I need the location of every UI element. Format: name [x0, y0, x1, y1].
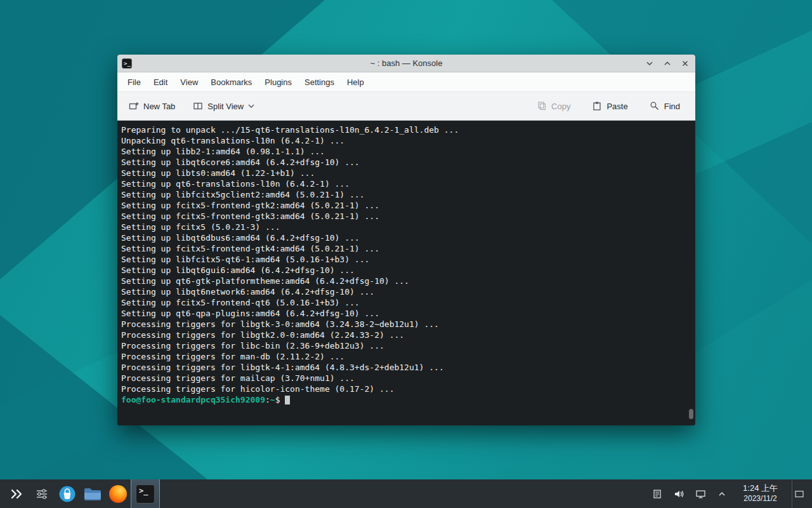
terminal-output-line: Processing triggers for libgtk-4-1:amd64… — [121, 362, 689, 373]
konsole-app-icon: >_ — [122, 58, 132, 69]
window-titlebar[interactable]: >_ ~ : bash — Konsole — [117, 55, 695, 72]
prompt-path: ~ — [270, 395, 275, 404]
konsole-icon: >_ — [136, 485, 155, 504]
terminal-output-line: Setting up qt6-qpa-plugins:amd64 (6.4.2+… — [121, 308, 689, 319]
menu-bookmarks[interactable]: Bookmarks — [204, 74, 258, 90]
maximize-button[interactable] — [662, 58, 672, 69]
monitor-icon — [695, 489, 706, 499]
menu-settings[interactable]: Settings — [298, 74, 341, 90]
terminal-output-line: Setting up fcitx5-frontend-gtk2:amd64 (5… — [121, 200, 689, 211]
terminal-output-line: Processing triggers for libgtk-3-0:amd64… — [121, 319, 689, 330]
find-button[interactable]: Find — [646, 97, 684, 115]
terminal-output-line: Setting up libb2-1:amd64 (0.98.1-1.1) ..… — [121, 146, 689, 157]
close-button[interactable] — [680, 58, 690, 69]
terminal-output-line: Processing triggers for mailcap (3.70+nm… — [121, 373, 689, 384]
terminal-output-line: Processing triggers for libc-bin (2.36-9… — [121, 340, 689, 351]
terminal-output-line: Setting up fcitx5-frontend-qt6 (5.0.16-1… — [121, 297, 689, 308]
copy-icon — [537, 101, 547, 111]
clipboard-icon — [652, 489, 662, 499]
paste-button[interactable]: Paste — [588, 97, 631, 115]
copy-button[interactable]: Copy — [533, 97, 574, 115]
terminal-output-line: Setting up fcitx5-frontend-gtk4:amd64 (5… — [121, 243, 689, 254]
terminal-output-line: Preparing to unpack .../15-qt6-translati… — [121, 124, 689, 135]
chevron-down-icon — [646, 60, 653, 67]
minimize-button[interactable] — [645, 58, 655, 69]
toolbar: New Tab Split View Copy — [117, 92, 695, 121]
app-launcher-button[interactable] — [4, 479, 29, 508]
prompt-dollar: $ — [275, 395, 280, 404]
chevron-down-icon — [248, 104, 254, 108]
terminal-output-line: Setting up libfcitx5gclient2:amd64 (5.0.… — [121, 189, 689, 200]
new-tab-button[interactable]: New Tab — [125, 97, 179, 115]
terminal-output-line: Processing triggers for man-db (2.11.2-2… — [121, 351, 689, 362]
taskbar-item-firefox[interactable] — [105, 479, 131, 508]
new-tab-icon — [129, 101, 139, 111]
copy-label: Copy — [551, 102, 570, 111]
menu-bar: File Edit View Bookmarks Plugins Setting… — [117, 72, 695, 92]
prompt-user-host: foo@foo-standardpcq35ich92009 — [121, 395, 265, 404]
terminal-cursor — [285, 396, 290, 404]
taskbar: >_ — [0, 479, 812, 508]
terminal-output-line: Setting up libqt6gui6:amd64 (6.4.2+dfsg-… — [121, 265, 689, 276]
menu-help[interactable]: Help — [341, 74, 370, 90]
terminal-output-line: Setting up fcitx5-frontend-gtk3:amd64 (5… — [121, 211, 689, 222]
terminal-area[interactable]: Preparing to unpack .../15-qt6-translati… — [117, 121, 695, 425]
split-view-label: Split View — [207, 102, 244, 111]
speaker-icon — [674, 489, 684, 499]
terminal-output-line: Setting up libqt6dbus6:amd64 (6.4.2+dfsg… — [121, 232, 689, 243]
clock[interactable]: 1:24 上午 2023/11/2 — [737, 483, 784, 504]
tray-display-button[interactable] — [693, 479, 707, 508]
sliders-icon — [36, 488, 48, 500]
paste-icon — [592, 101, 602, 111]
menu-plugins[interactable]: Plugins — [258, 74, 298, 90]
menu-file[interactable]: File — [121, 74, 147, 90]
desktop: >_ ~ : bash — Konsole File Edit View Boo… — [0, 0, 812, 508]
chevron-up-icon — [717, 490, 726, 498]
terminal-output-line: Setting up libfcitx5-qt6-1:amd64 (5.0.16… — [121, 254, 689, 265]
taskbar-item-konsole[interactable]: >_ — [131, 479, 160, 508]
firefox-icon — [109, 485, 127, 503]
terminal-output-line: Processing triggers for hicolor-icon-the… — [121, 384, 689, 394]
taskbar-item-files[interactable] — [80, 479, 105, 508]
tray-volume-button[interactable] — [672, 479, 686, 508]
window-controls — [645, 55, 690, 72]
konsole-window: >_ ~ : bash — Konsole File Edit View Boo… — [117, 55, 695, 425]
menu-view[interactable]: View — [174, 74, 204, 90]
terminal-output-line: Setting up libqt6network6:amd64 (6.4.2+d… — [121, 286, 689, 297]
terminal-output-line: Setting up libts0:amd64 (1.22-1+b1) ... — [121, 168, 689, 178]
desktop-peek-icon — [794, 490, 804, 498]
terminal-output-line: Setting up fcitx5 (5.0.21-3) ... — [121, 222, 689, 232]
clock-date: 2023/11/2 — [743, 494, 778, 504]
taskbar-item-settings[interactable] — [29, 479, 55, 508]
clock-time: 1:24 上午 — [743, 483, 778, 494]
terminal-output-line: Setting up qt6-gtk-platformtheme:amd64 (… — [121, 276, 689, 286]
terminal-prompt-line: foo@foo-standardpcq35ich92009:~$ — [121, 394, 689, 405]
find-label: Find — [664, 102, 680, 111]
folder-icon — [84, 487, 102, 501]
window-title: ~ : bash — Konsole — [117, 58, 695, 68]
terminal-output: Preparing to unpack .../15-qt6-translati… — [121, 124, 689, 394]
taskbar-item-discover[interactable] — [55, 479, 80, 508]
toolbar-right-group: Copy Paste Find — [533, 97, 688, 115]
terminal-output-line: Processing triggers for libgtk2.0-0:amd6… — [121, 330, 689, 340]
split-view-icon — [193, 101, 203, 111]
system-tray: 1:24 上午 2023/11/2 — [650, 479, 808, 508]
paste-label: Paste — [606, 102, 627, 111]
new-tab-label: New Tab — [143, 102, 175, 111]
tray-expand-button[interactable] — [715, 479, 729, 508]
discover-icon — [58, 485, 76, 503]
split-view-button[interactable]: Split View — [189, 97, 258, 115]
terminal-output-line: Unpacking qt6-translations-l10n (6.4.2-1… — [121, 135, 689, 146]
close-icon — [681, 60, 689, 67]
prompt-colon: : — [265, 395, 270, 404]
menu-edit[interactable]: Edit — [147, 74, 174, 90]
terminal-output-line: Setting up qt6-translations-l10n (6.4.2-… — [121, 178, 689, 189]
tray-clipboard-button[interactable] — [650, 479, 664, 508]
chevron-up-icon — [664, 60, 671, 67]
terminal-output-line: Setting up libqt6core6:amd64 (6.4.2+dfsg… — [121, 157, 689, 168]
show-desktop-button[interactable] — [792, 479, 806, 508]
launcher-chevrons-icon — [10, 488, 23, 500]
terminal-scrollbar[interactable] — [689, 409, 693, 419]
search-icon — [650, 101, 660, 111]
